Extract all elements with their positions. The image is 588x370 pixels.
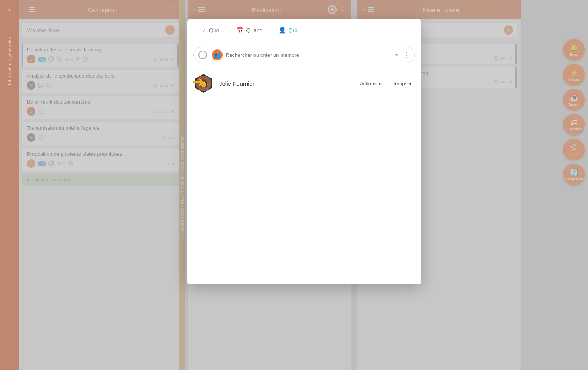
temps-chevron-icon: ▾ — [409, 81, 412, 86]
member-avatar: 👩 — [193, 73, 214, 93]
tab-quoi[interactable]: ☑ Quoi — [193, 20, 228, 41]
tab-qui[interactable]: 👤 Qui — [271, 20, 305, 41]
member-actions-btn[interactable]: Actions ▾ — [357, 79, 384, 88]
temps-text: Temps — [393, 81, 407, 86]
member-name: Julie Fournier — [219, 80, 351, 87]
member-search-bar: − 👥 ▾ ⋮ — [193, 47, 415, 63]
tab-qui-label: Qui — [289, 27, 297, 33]
tab-quand-label: Quand — [246, 27, 263, 33]
tab-quoi-label: Quoi — [209, 27, 221, 33]
member-modal: ☑ Quoi 📅 Quand 👤 Qui − 👥 ▾ ⋮ — [187, 19, 421, 284]
actions-text: Actions — [360, 81, 377, 86]
dropdown-arrow-icon[interactable]: ▾ — [395, 52, 398, 58]
more-options-icon[interactable]: ⋮ — [403, 51, 410, 59]
quand-icon: 📅 — [236, 26, 244, 34]
remove-member-btn[interactable]: − — [198, 51, 207, 59]
quoi-icon: ☑ — [201, 26, 207, 34]
tab-quand[interactable]: 📅 Quand — [228, 20, 271, 41]
modal-body: − 👥 ▾ ⋮ 👩 Julie Fournier Actions ▾ — [187, 41, 421, 284]
member-search-input[interactable] — [226, 52, 392, 58]
avatar-image: 👩 — [196, 76, 211, 91]
person-icon: 👥 — [214, 52, 221, 58]
modal-tabs: ☑ Quoi 📅 Quand 👤 Qui — [187, 19, 421, 41]
qui-icon: 👤 — [278, 26, 286, 34]
member-temps-btn[interactable]: Temps ▾ — [390, 79, 415, 88]
member-row: 👩 Julie Fournier Actions ▾ Temps ▾ — [187, 69, 421, 98]
actions-chevron-icon: ▾ — [378, 81, 381, 86]
member-avatar-btn[interactable]: 👥 — [212, 49, 223, 60]
